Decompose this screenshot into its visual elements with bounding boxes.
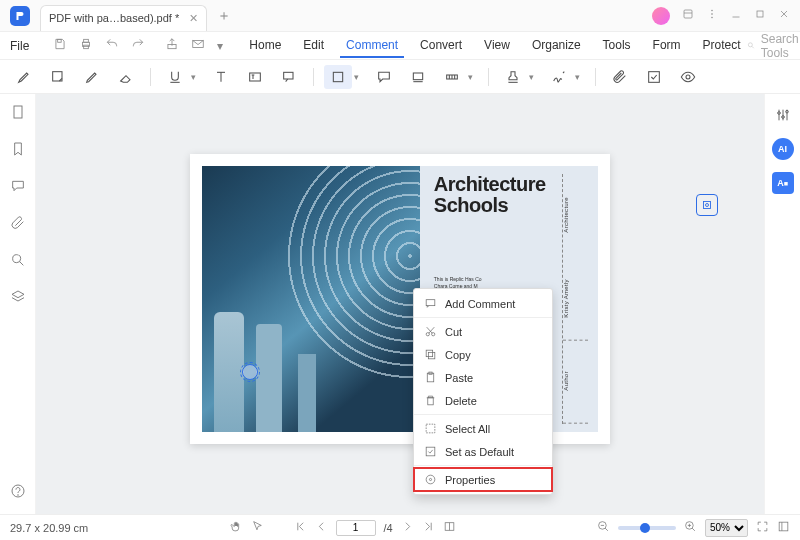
tab-form[interactable]: Form [647,34,687,58]
thumbnails-icon[interactable] [10,104,26,123]
selected-stamp-annotation[interactable] [242,364,258,380]
tab-edit[interactable]: Edit [297,34,330,58]
checklist-icon[interactable] [640,65,668,89]
text-icon[interactable] [207,65,235,89]
svg-rect-12 [84,45,89,49]
document-tab[interactable]: PDF with pa…based).pdf * ✕ [40,5,207,31]
svg-point-35 [686,75,690,79]
side-strip: Architecture Kristy Ametly Author [562,174,588,424]
ctx-set-default[interactable]: Set as Default [414,440,552,463]
print-icon[interactable] [73,37,99,54]
zoom-out-icon[interactable] [597,520,610,535]
svg-rect-56 [426,350,433,357]
svg-point-4 [712,17,713,18]
search-tools[interactable]: Search Tools [747,32,800,60]
layers-icon[interactable] [10,289,26,308]
main-tabs: Home Edit Comment Convert View Organize … [243,34,746,58]
first-page-icon[interactable] [294,520,307,535]
ai-tools-icon[interactable]: A■ [772,172,794,194]
svg-point-62 [426,475,435,484]
page-dimensions: 29.7 x 20.99 cm [10,522,88,534]
svg-rect-9 [58,39,62,42]
shape-icon[interactable] [324,65,352,89]
ctx-paste[interactable]: Paste [414,366,552,389]
ctx-cut[interactable]: Cut [414,320,552,343]
menu-bar: File ▾ Home Edit Comment Convert View Or… [0,32,800,60]
pencil-icon[interactable] [78,65,106,89]
prev-page-icon[interactable] [315,520,328,535]
tab-protect[interactable]: Protect [697,34,747,58]
tab-convert[interactable]: Convert [414,34,468,58]
new-tab-button[interactable]: ＋ [217,7,231,25]
document-canvas[interactable]: Architecture Schools This is Replic Has … [36,94,764,514]
hand-tool-icon[interactable] [230,520,243,535]
close-window-icon[interactable] [778,8,790,23]
zoom-slider[interactable] [618,526,676,530]
callout-icon[interactable] [275,65,303,89]
ctx-delete[interactable]: Delete [414,389,552,412]
floating-object-tool[interactable] [696,194,718,216]
next-page-icon[interactable] [401,520,414,535]
zoom-in-icon[interactable] [684,520,697,535]
email-icon[interactable] [185,37,211,54]
tab-view[interactable]: View [478,34,516,58]
tab-tools[interactable]: Tools [597,34,637,58]
attachments-panel-icon[interactable] [10,215,26,234]
ai-badge-icon[interactable] [652,7,670,25]
area-highlight-icon[interactable] [404,65,432,89]
note-icon[interactable] [44,65,72,89]
panel-icon[interactable] [682,8,694,23]
select-tool-icon[interactable] [251,520,264,535]
minimize-icon[interactable] [730,8,742,23]
more-icon[interactable] [706,8,718,23]
tab-comment[interactable]: Comment [340,34,404,58]
share-icon[interactable] [159,37,185,54]
right-sidebar: AI A■ [764,94,800,514]
comment-bubble-icon[interactable] [370,65,398,89]
ctx-add-comment[interactable]: Add Comment [414,292,552,315]
eraser-icon[interactable] [112,65,140,89]
ctx-properties[interactable]: Properties [414,468,552,491]
undo-icon[interactable] [99,37,125,54]
help-icon[interactable] [10,483,26,502]
attachment-icon[interactable] [606,65,634,89]
tab-title: PDF with pa…based).pdf * [49,12,179,24]
close-tab-icon[interactable]: ✕ [189,12,198,25]
hide-comments-icon[interactable] [674,65,702,89]
page-input[interactable] [336,520,376,536]
comments-panel-icon[interactable] [10,178,26,197]
ai-chat-icon[interactable]: AI [772,138,794,160]
maximize-icon[interactable] [754,8,766,23]
stamp-icon[interactable] [499,65,527,89]
sliders-icon[interactable] [772,104,794,126]
ctx-copy[interactable]: Copy [414,343,552,366]
bookmarks-icon[interactable] [10,141,26,160]
left-sidebar [0,94,36,514]
save-icon[interactable] [47,37,73,54]
underline-icon[interactable] [161,65,189,89]
tab-home[interactable]: Home [243,34,287,58]
highlight-icon[interactable] [10,65,38,89]
svg-rect-50 [426,300,435,306]
ctx-select-all[interactable]: Select All [414,417,552,440]
tab-organize[interactable]: Organize [526,34,587,58]
search-panel-icon[interactable] [10,252,26,271]
fit-page-icon[interactable] [756,520,769,535]
redo-icon[interactable] [125,37,151,54]
measure-icon[interactable] [438,65,466,89]
reading-mode-icon[interactable] [443,520,456,535]
svg-point-2 [712,10,713,11]
fullscreen-icon[interactable] [777,520,790,535]
svg-rect-59 [428,398,433,405]
zoom-select[interactable]: 50% [705,519,748,537]
svg-rect-11 [84,39,89,42]
page-photo [202,166,420,432]
signature-icon[interactable] [545,65,573,89]
dropdown-caret-icon[interactable]: ▾ [211,39,229,53]
last-page-icon[interactable] [422,520,435,535]
svg-rect-34 [649,71,660,82]
textbox-icon[interactable] [241,65,269,89]
file-menu[interactable]: File [0,39,39,53]
svg-rect-22 [250,73,261,81]
svg-point-3 [712,14,713,15]
